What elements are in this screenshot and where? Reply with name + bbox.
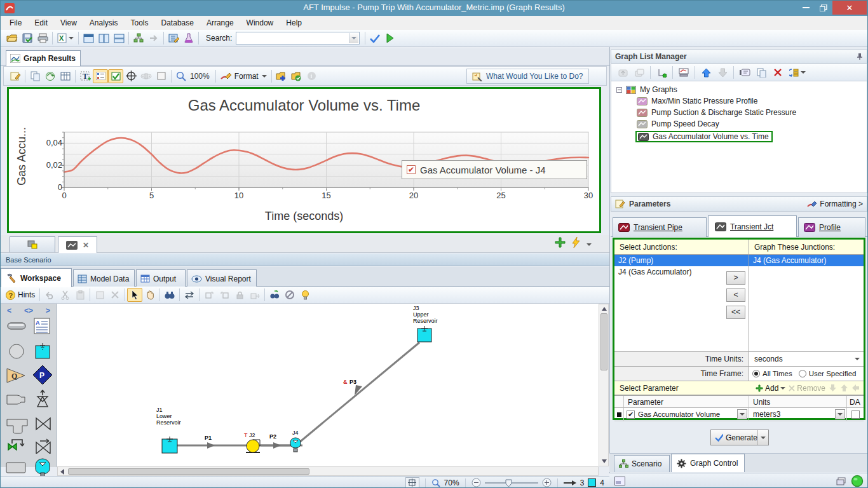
time-units-select[interactable]: seconds (749, 352, 864, 366)
generate-button[interactable]: Generate (710, 430, 769, 445)
glm-move-down-button[interactable] (715, 65, 730, 79)
glm-promote-button[interactable] (615, 65, 630, 79)
show-checkboxes-button[interactable] (108, 69, 123, 83)
glm-move-up-button[interactable] (698, 65, 714, 79)
glm-item-0[interactable]: Max/Min Static Pressure Profile (637, 97, 867, 105)
all-times-radio[interactable] (752, 370, 760, 377)
glm-assign-button[interactable] (654, 65, 669, 79)
junction-j4-gas-accumulator[interactable] (290, 438, 301, 452)
delete-button[interactable] (107, 288, 123, 302)
special-find-button[interactable] (267, 288, 282, 302)
remove-parameter-button[interactable]: Remove (789, 384, 825, 393)
duplicate-button[interactable] (92, 288, 107, 302)
new-graph-plus-icon[interactable] (555, 237, 566, 248)
toolbox-next-icon[interactable]: > (46, 306, 50, 315)
glm-group-button[interactable] (632, 65, 647, 79)
save-button[interactable] (20, 31, 35, 45)
toolbox-expand-icon[interactable]: <> (24, 306, 33, 315)
show-legend-button[interactable] (93, 69, 108, 83)
assigned-flow-tool[interactable]: Q (6, 366, 27, 385)
disable-overlay-button[interactable] (282, 288, 297, 302)
parameter-row-checkbox[interactable]: ✔ (627, 410, 635, 419)
menu-help[interactable]: Help (280, 17, 308, 29)
relief-valve-tool[interactable] (6, 437, 27, 456)
junction-j1-reservoir[interactable] (162, 437, 177, 453)
move-all-left-button[interactable]: << (726, 306, 745, 319)
tab-transient-pipe[interactable]: Transient Pipe (613, 217, 707, 237)
move-left-button[interactable]: < (726, 288, 745, 302)
tab-transient-jct[interactable]: Transient Jct (708, 215, 797, 237)
tile-vertical-button[interactable] (96, 31, 111, 45)
zoom-slider-thumb[interactable] (505, 479, 512, 487)
annotation-tool[interactable]: A (34, 318, 50, 334)
export-graph-button[interactable] (43, 69, 58, 83)
graph-mini-tab-list[interactable] (10, 236, 55, 252)
glm-duplicate-button[interactable] (754, 65, 769, 79)
move-right-button[interactable]: > (726, 271, 745, 285)
param-move-left-icon[interactable] (851, 384, 860, 392)
assigned-pressure-tool[interactable]: P (32, 365, 53, 385)
scenario-manager-button[interactable] (131, 31, 146, 45)
units-dropdown-icon[interactable] (835, 409, 845, 419)
tab-graph-results[interactable]: Graph Results (6, 50, 81, 66)
reverse-direction-button[interactable] (182, 288, 197, 302)
glm-load-button[interactable] (676, 65, 691, 79)
gas-accumulator-tool[interactable] (34, 458, 51, 477)
tab-model-data[interactable]: Model Data (73, 269, 135, 287)
copy-graph-button[interactable] (27, 69, 43, 83)
export-excel-button[interactable]: X (55, 31, 76, 45)
junction-j2-pump[interactable] (246, 440, 260, 452)
glm-item-3-selected[interactable]: Gas Accumulator Volume vs. Time (635, 131, 773, 142)
list-item-j4-graphed[interactable]: J4 (Gas Accumulator) (749, 255, 864, 266)
cut-button[interactable] (57, 288, 72, 302)
run-model-button[interactable] (383, 31, 398, 45)
crosshair-button[interactable] (123, 69, 139, 83)
param-move-down-icon[interactable] (829, 384, 837, 392)
glm-item-2[interactable]: Pump Speed Decay (637, 119, 867, 128)
search-caret-icon[interactable] (349, 33, 358, 43)
menu-tools[interactable]: Tools (125, 17, 155, 29)
tee-tool[interactable] (6, 416, 29, 435)
tab-scenario[interactable]: Scenario (614, 455, 670, 472)
tab-output[interactable]: Output (136, 269, 186, 287)
rotate-right-button[interactable] (217, 288, 232, 302)
menu-window[interactable]: Window (240, 17, 280, 29)
add-parameter-button[interactable]: Add (756, 384, 785, 393)
pipe-tool[interactable] (7, 320, 26, 332)
print-button[interactable] (35, 31, 50, 45)
tab-workspace[interactable]: Workspace (1, 268, 72, 287)
glm-root-row[interactable]: My Graphs (616, 85, 867, 94)
close-graph-tab-icon[interactable]: ✕ (83, 241, 89, 250)
graphed-junctions-list[interactable]: J4 (Gas Accumulator) (749, 255, 864, 351)
join-button[interactable] (247, 288, 262, 302)
junction-j3-reservoir[interactable] (417, 326, 431, 342)
help-wizard-button[interactable]: What Would You Like to Do? (466, 69, 589, 84)
check-valve-tool[interactable] (35, 438, 51, 454)
spray-discharge-tool[interactable] (35, 389, 50, 408)
tab-profile[interactable]: Profile (798, 217, 865, 237)
model-data-edit-button[interactable] (166, 31, 181, 45)
graph-info-button[interactable]: i (304, 69, 320, 83)
parameter-dropdown-icon[interactable] (737, 409, 747, 419)
zoom-button[interactable] (173, 69, 189, 83)
show-data-button[interactable] (58, 69, 73, 83)
quick-graph-lightning-icon[interactable] (572, 237, 580, 248)
glm-refresh-button[interactable] (787, 65, 808, 79)
rotate-left-button[interactable] (201, 288, 217, 302)
edit-graph-button[interactable] (8, 69, 23, 83)
open-button[interactable] (4, 31, 20, 45)
lock-button[interactable] (232, 288, 247, 302)
menu-view[interactable]: View (54, 17, 83, 29)
graph-options-caret-icon[interactable] (587, 243, 592, 246)
area-change-tool[interactable] (6, 393, 27, 407)
update-graph-button[interactable] (289, 69, 304, 83)
find-button[interactable] (162, 288, 177, 302)
branch-tool[interactable] (8, 343, 25, 360)
menu-edit[interactable]: Edit (28, 17, 54, 29)
menu-analysis[interactable]: Analysis (83, 17, 125, 29)
transfer-results-button[interactable] (146, 31, 161, 45)
tree-collapse-icon[interactable] (616, 87, 622, 93)
glm-delete-button[interactable] (770, 65, 785, 79)
restore-button[interactable] (815, 1, 832, 15)
tab-graph-control[interactable]: Graph Control (671, 454, 745, 472)
